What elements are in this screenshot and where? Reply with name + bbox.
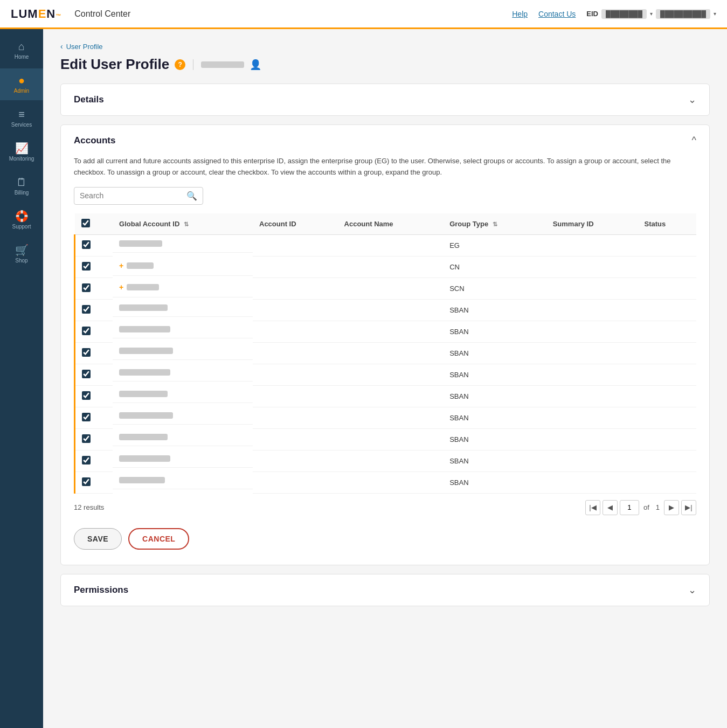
row-1-expand-icon[interactable]: + bbox=[119, 261, 123, 270]
details-section-header[interactable]: Details ⌄ bbox=[61, 84, 709, 115]
row-7-checkbox-cell bbox=[75, 385, 113, 407]
help-tooltip-icon[interactable]: ? bbox=[175, 59, 185, 70]
sidebar-item-support[interactable]: 🛟 Support bbox=[0, 204, 43, 236]
row-11-checkbox[interactable] bbox=[82, 477, 91, 486]
first-page-button[interactable]: |◀ bbox=[585, 500, 600, 515]
accounts-title: Accounts bbox=[74, 135, 115, 146]
total-pages: 1 bbox=[656, 503, 660, 511]
permissions-title: Permissions bbox=[74, 585, 128, 595]
contact-us-link[interactable]: Contact Us bbox=[538, 10, 576, 18]
logo-trademark: ™ bbox=[56, 13, 61, 19]
table-row: +SCN bbox=[75, 278, 697, 299]
row-7-group-type: SBAN bbox=[443, 385, 546, 407]
row-2-blurred-id bbox=[127, 284, 159, 290]
logo-accent: E bbox=[38, 7, 47, 20]
row-11-account-name bbox=[338, 472, 444, 493]
eid-value: ████████ bbox=[601, 9, 647, 19]
help-link[interactable]: Help bbox=[512, 10, 528, 18]
eid-section: EID ████████ ▾ ██████████ ▾ bbox=[586, 9, 716, 19]
select-all-checkbox[interactable] bbox=[81, 219, 90, 227]
row-9-checkbox[interactable] bbox=[82, 434, 91, 443]
row-7-account-id bbox=[253, 385, 338, 407]
accounts-section-header[interactable]: Accounts ^ bbox=[61, 125, 709, 156]
row-7-summary-id bbox=[546, 385, 638, 407]
details-chevron-icon: ⌄ bbox=[688, 94, 696, 106]
row-3-checkbox-cell bbox=[75, 299, 113, 321]
row-6-checkbox[interactable] bbox=[82, 370, 91, 378]
sidebar-label-services: Services bbox=[11, 122, 32, 128]
eid-chevron[interactable]: ▾ bbox=[650, 11, 653, 17]
user-value: ██████████ bbox=[656, 9, 710, 19]
sidebar-item-home[interactable]: ⌂ Home bbox=[0, 34, 43, 66]
row-8-account-id bbox=[253, 407, 338, 428]
row-4-status bbox=[638, 321, 696, 342]
row-3-checkbox[interactable] bbox=[82, 305, 91, 314]
table-header-row: Global Account ID ⇅ Account ID Account N… bbox=[75, 213, 697, 235]
global-account-id-sort-icon[interactable]: ⇅ bbox=[184, 221, 189, 227]
row-0-checkbox[interactable] bbox=[82, 240, 91, 249]
row-2-global-account-id: + bbox=[113, 278, 253, 297]
next-page-button[interactable]: ▶ bbox=[664, 500, 679, 515]
save-button[interactable]: SAVE bbox=[74, 528, 122, 550]
row-0-group-type: EG bbox=[443, 234, 546, 256]
last-page-button[interactable]: ▶| bbox=[681, 500, 696, 515]
row-7-checkbox[interactable] bbox=[82, 391, 91, 400]
sidebar-item-shop[interactable]: 🛒 Shop bbox=[0, 238, 43, 270]
details-section: Details ⌄ bbox=[60, 84, 710, 116]
row-9-group-type: SBAN bbox=[443, 428, 546, 450]
row-7-global-account-id bbox=[113, 385, 253, 403]
row-8-checkbox[interactable] bbox=[82, 413, 91, 421]
row-6-global-account-id bbox=[113, 364, 253, 382]
user-chevron[interactable]: ▾ bbox=[714, 11, 716, 17]
th-account-name: Account Name bbox=[338, 213, 444, 235]
page-title: Edit User Profile bbox=[60, 56, 169, 73]
row-6-account-id bbox=[253, 364, 338, 385]
breadcrumb-parent-link[interactable]: User Profile bbox=[66, 43, 103, 51]
row-2-expand-icon[interactable]: + bbox=[119, 283, 123, 292]
page-number-input[interactable] bbox=[620, 500, 639, 515]
pagination-row: 12 results |◀ ◀ of 1 ▶ ▶| bbox=[74, 494, 696, 517]
th-status: Status bbox=[638, 213, 696, 235]
search-input[interactable] bbox=[80, 191, 186, 200]
row-10-checkbox[interactable] bbox=[82, 456, 91, 464]
row-8-global-account-id bbox=[113, 407, 253, 425]
row-6-account-name bbox=[338, 364, 444, 385]
row-10-global-account-id bbox=[113, 450, 253, 468]
accounts-section-body: To add all current and future accounts a… bbox=[61, 156, 709, 565]
table-row: SBAN bbox=[75, 472, 697, 493]
th-global-account-id: Global Account ID ⇅ bbox=[113, 213, 253, 235]
th-global-account-id-label: Global Account ID bbox=[119, 220, 179, 228]
title-divider bbox=[193, 59, 193, 70]
cancel-button[interactable]: CANCEL bbox=[128, 528, 189, 550]
th-checkbox bbox=[75, 213, 113, 235]
sidebar: ⌂ Home ● Admin ≡ Services 📈 Monitoring 🗒… bbox=[0, 29, 43, 728]
row-4-checkbox[interactable] bbox=[82, 327, 91, 335]
sidebar-item-admin[interactable]: ● Admin bbox=[0, 68, 43, 100]
row-6-status bbox=[638, 364, 696, 385]
search-button[interactable]: 🔍 bbox=[186, 191, 197, 201]
table-row: SBAN bbox=[75, 385, 697, 407]
row-2-checkbox[interactable] bbox=[82, 283, 91, 292]
row-5-checkbox[interactable] bbox=[82, 348, 91, 357]
permissions-section-header[interactable]: Permissions ⌄ bbox=[61, 574, 709, 606]
row-1-blurred-id bbox=[127, 262, 154, 269]
user-name-blurred bbox=[201, 61, 244, 68]
sidebar-label-home: Home bbox=[15, 54, 29, 60]
table-row: SBAN bbox=[75, 321, 697, 342]
group-type-sort-icon[interactable]: ⇅ bbox=[493, 221, 497, 227]
services-icon: ≡ bbox=[18, 109, 25, 120]
table-row: SBAN bbox=[75, 407, 697, 428]
row-4-group-type: SBAN bbox=[443, 321, 546, 342]
row-11-summary-id bbox=[546, 472, 638, 493]
sidebar-item-billing[interactable]: 🗒 Billing bbox=[0, 170, 43, 202]
sidebar-item-services[interactable]: ≡ Services bbox=[0, 102, 43, 134]
sidebar-label-shop: Shop bbox=[15, 258, 27, 264]
table-row: SBAN bbox=[75, 299, 697, 321]
row-4-checkbox-cell bbox=[75, 321, 113, 342]
admin-icon: ● bbox=[18, 75, 25, 86]
accounts-table: Global Account ID ⇅ Account ID Account N… bbox=[74, 213, 696, 494]
prev-page-button[interactable]: ◀ bbox=[603, 500, 618, 515]
sidebar-item-monitoring[interactable]: 📈 Monitoring bbox=[0, 136, 43, 168]
row-1-checkbox[interactable] bbox=[82, 262, 91, 271]
row-8-status bbox=[638, 407, 696, 428]
